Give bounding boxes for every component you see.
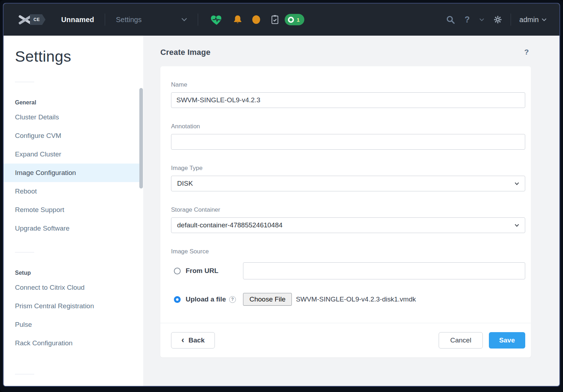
navbar-separator bbox=[105, 14, 105, 26]
from-url-input[interactable] bbox=[243, 262, 525, 279]
top-navbar: CE Unnamed Settings bbox=[4, 4, 559, 36]
chevron-down-icon bbox=[515, 224, 519, 227]
task-ring-icon bbox=[288, 17, 294, 23]
chevron-down-icon bbox=[542, 18, 547, 21]
save-button[interactable]: Save bbox=[489, 332, 525, 349]
storage-container-value: default-container-47885524610484 bbox=[177, 221, 283, 229]
from-url-option[interactable]: From URL bbox=[171, 267, 243, 275]
gear-icon[interactable] bbox=[494, 15, 502, 24]
cluster-name: Unnamed bbox=[61, 16, 94, 24]
image-type-select[interactable]: DISK bbox=[171, 176, 525, 191]
ce-badge: CE bbox=[30, 14, 46, 25]
sidebar-item-configure-cvm[interactable]: Configure CVM bbox=[4, 127, 143, 145]
storage-container-select[interactable]: default-container-47885524610484 bbox=[171, 217, 525, 233]
name-field-group: Name bbox=[171, 81, 525, 108]
user-menu[interactable]: admin bbox=[520, 16, 547, 24]
storage-container-field-group: Storage Container default-container-4788… bbox=[171, 206, 525, 233]
sidebar-item-rack-configuration[interactable]: Rack Configuration bbox=[4, 334, 143, 352]
status-icons bbox=[210, 14, 260, 26]
app-window: CE Unnamed Settings bbox=[3, 3, 560, 387]
sidebar-item-reboot[interactable]: Reboot bbox=[4, 182, 143, 201]
image-type-field-group: Image Type DISK bbox=[171, 165, 525, 191]
annotation-field-group: Annotation bbox=[171, 123, 525, 150]
main-content: Create Image ? Name Annotation bbox=[143, 36, 559, 386]
from-url-label: From URL bbox=[186, 267, 218, 275]
selected-file-name: SWVM-SINGLE-OL9-v4.2.3-disk1.vmdk bbox=[296, 295, 416, 303]
alert-indicator-dot[interactable] bbox=[252, 15, 260, 24]
sidebar-section-general: General bbox=[4, 97, 143, 108]
back-chevron-icon: ‹ bbox=[181, 336, 184, 344]
settings-menu-label: Settings bbox=[116, 16, 141, 24]
page-help-icon[interactable]: ? bbox=[524, 48, 531, 56]
main-header: Create Image ? bbox=[160, 48, 531, 57]
storage-container-label: Storage Container bbox=[171, 206, 525, 213]
upload-file-label: Upload a file bbox=[186, 295, 226, 303]
sidebar-item-prism-central-registration[interactable]: Prism Central Registration bbox=[4, 297, 143, 315]
sidebar-divider bbox=[15, 82, 34, 82]
annotation-label: Annotation bbox=[171, 123, 525, 130]
footer-actions: Cancel Save bbox=[439, 332, 525, 349]
chevron-down-icon[interactable] bbox=[479, 18, 484, 21]
create-image-card: Name Annotation Image Type DISK bbox=[160, 66, 531, 357]
sidebar-item-label: Image Configuration bbox=[15, 169, 76, 177]
sidebar-item-remote-support[interactable]: Remote Support bbox=[4, 201, 143, 219]
health-heart-icon[interactable] bbox=[210, 14, 223, 26]
navbar-left: CE Unnamed Settings bbox=[17, 13, 304, 26]
choose-file-button[interactable]: Choose File bbox=[243, 293, 292, 306]
form-footer: ‹ Back Cancel Save bbox=[160, 323, 531, 357]
sidebar-item-connect-citrix-cloud[interactable]: Connect to Citrix Cloud bbox=[4, 278, 143, 297]
upload-file-radio[interactable] bbox=[174, 296, 181, 303]
page-title: Create Image bbox=[160, 48, 211, 57]
help-icon[interactable]: ? bbox=[465, 15, 470, 25]
sidebar-section-setup: Setup bbox=[4, 268, 143, 278]
nutanix-ce-logo[interactable]: CE bbox=[17, 13, 46, 26]
annotation-input[interactable] bbox=[171, 134, 525, 150]
from-url-row: From URL bbox=[171, 262, 525, 279]
image-source-label: Image Source bbox=[171, 248, 525, 255]
sidebar-divider bbox=[15, 374, 34, 375]
cancel-button[interactable]: Cancel bbox=[439, 332, 482, 349]
screenshot-frame: CE Unnamed Settings bbox=[0, 0, 563, 392]
username: admin bbox=[520, 16, 539, 24]
sidebar-item-pulse[interactable]: Pulse bbox=[4, 315, 143, 334]
chevron-down-icon bbox=[515, 182, 519, 185]
back-button[interactable]: ‹ Back bbox=[171, 332, 215, 349]
from-url-radio[interactable] bbox=[174, 268, 181, 274]
running-tasks-badge[interactable]: 1 bbox=[285, 14, 304, 25]
settings-menu-dropdown[interactable]: Settings bbox=[116, 16, 187, 24]
task-count: 1 bbox=[296, 17, 299, 23]
sidebar-item-cluster-details[interactable]: Cluster Details bbox=[4, 108, 143, 127]
tasks-clipboard-icon[interactable] bbox=[270, 14, 280, 25]
image-type-value: DISK bbox=[177, 180, 193, 187]
settings-sidebar: Settings General Cluster Details Configu… bbox=[4, 36, 143, 386]
navbar-right: ? bbox=[446, 14, 547, 26]
sidebar-title: Settings bbox=[4, 48, 143, 65]
sidebar-item-image-configuration[interactable]: Image Configuration bbox=[4, 164, 142, 182]
create-image-form: Name Annotation Image Type DISK bbox=[160, 66, 531, 323]
navbar-separator bbox=[198, 14, 198, 26]
name-input[interactable] bbox=[171, 92, 525, 108]
upload-file-row: Upload a file ? Choose File SWVM-SINGLE-… bbox=[171, 293, 525, 306]
sidebar-divider bbox=[15, 252, 34, 253]
app-body: Settings General Cluster Details Configu… bbox=[4, 36, 559, 386]
back-button-label: Back bbox=[188, 336, 205, 344]
sidebar-item-upgrade-software[interactable]: Upgrade Software bbox=[4, 219, 143, 238]
image-type-label: Image Type bbox=[171, 165, 525, 172]
chevron-down-icon bbox=[181, 18, 187, 21]
search-icon[interactable] bbox=[446, 15, 455, 25]
alerts-bell-icon[interactable] bbox=[232, 14, 243, 25]
sidebar-scrollbar[interactable] bbox=[139, 88, 143, 189]
upload-help-icon[interactable]: ? bbox=[229, 296, 236, 303]
navbar-separator bbox=[511, 14, 511, 26]
name-label: Name bbox=[171, 81, 525, 88]
tasks-group: 1 bbox=[270, 14, 304, 25]
sidebar-item-expand-cluster[interactable]: Expand Cluster bbox=[4, 145, 143, 164]
upload-file-option[interactable]: Upload a file ? bbox=[171, 295, 243, 303]
